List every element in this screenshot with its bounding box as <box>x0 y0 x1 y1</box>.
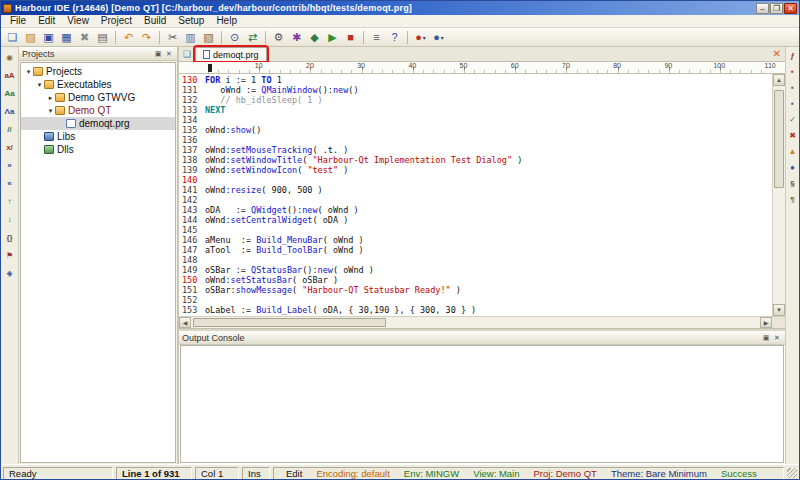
code-editor[interactable]: 130FOR i := 1 TO 1131 oWnd := QMainWindo… <box>179 74 772 316</box>
paragraph-icon[interactable]: ¶ <box>787 194 799 205</box>
undo-icon[interactable]: ↶ <box>120 29 137 45</box>
vscroll-thumb[interactable] <box>774 90 784 188</box>
comment-icon[interactable]: // <box>2 122 17 136</box>
macro-icon[interactable]: ◈ <box>2 266 17 280</box>
bookmark-1-icon[interactable]: ▪ <box>787 66 799 77</box>
todo-icon[interactable]: ✓ <box>787 114 799 125</box>
menu-help[interactable]: Help <box>210 15 243 27</box>
build-icon[interactable]: ⚙ <box>270 29 287 45</box>
console-close-icon[interactable]: ✕ <box>772 333 782 343</box>
maximize-button[interactable]: ❐ <box>770 3 783 14</box>
tab-demoqt[interactable]: demoqt.prg <box>195 47 267 61</box>
format-source-icon[interactable]: ≡ <box>368 29 385 45</box>
tree-item-projects[interactable]: ▾Projects <box>21 65 175 78</box>
horizontal-scrollbar[interactable]: ◀ ▶ <box>179 316 785 328</box>
move-line-up-icon[interactable]: ↑ <box>2 194 17 208</box>
line-number: 137 <box>179 145 205 155</box>
tree-item-dlls[interactable]: Dlls <box>21 143 175 156</box>
section-icon[interactable]: § <box>787 178 799 189</box>
replace-icon[interactable]: ⇄ <box>244 29 261 45</box>
print-icon[interactable]: ▤ <box>94 29 111 45</box>
code-line: 139oWnd:setWindowIcon( "test" ) <box>179 165 772 175</box>
compile-icon[interactable]: ◆ <box>306 29 323 45</box>
to-lowercase-icon[interactable]: Aa <box>2 86 17 100</box>
scroll-left-icon[interactable]: ◀ <box>179 317 191 328</box>
tree-expander-icon[interactable]: ▸ <box>46 94 55 102</box>
menu-edit[interactable]: Edit <box>32 15 61 27</box>
scroll-down-icon[interactable]: ▼ <box>773 304 785 316</box>
run-icon[interactable]: ▶ <box>324 29 341 45</box>
warning-marker-icon[interactable]: ▲ <box>787 146 799 157</box>
menu-build[interactable]: Build <box>138 15 172 27</box>
to-uppercase-icon[interactable]: aA <box>2 68 17 82</box>
stop-icon[interactable]: ■ <box>342 29 359 45</box>
toolbar-separator <box>265 31 266 44</box>
vertical-scrollbar[interactable]: ▲ ▼ <box>772 74 785 316</box>
tree-expander-icon[interactable]: ▾ <box>24 68 33 76</box>
title-bar: Harbour IDE (r14646) [Demo QT] [C:/harbo… <box>1 1 799 15</box>
close-button[interactable]: ✕ <box>784 3 797 14</box>
line-number: 145 <box>179 225 205 235</box>
info-marker-icon[interactable]: ● <box>787 162 799 173</box>
error-marker-icon[interactable]: ✖ <box>787 130 799 141</box>
hscroll-thumb[interactable] <box>193 318 386 327</box>
tree-item-demoqt-prg[interactable]: demoqt.prg <box>21 117 175 130</box>
paste-icon[interactable]: ▧ <box>200 29 217 45</box>
code-text: oWnd:setStatusBar( oSBar ) <box>205 275 772 285</box>
app-icon <box>3 4 12 13</box>
code-line: 143oDA := QWidget():new( oWnd ) <box>179 205 772 215</box>
functions-list-icon[interactable]: ƒ <box>787 50 799 61</box>
menu-setup[interactable]: Setup <box>172 15 210 27</box>
tree-item-executables[interactable]: ▾Executables <box>21 78 175 91</box>
bookmark-2-icon[interactable]: ▪ <box>787 82 799 93</box>
find-icon[interactable]: ⊙ <box>226 29 243 45</box>
close-file-icon[interactable]: ✖ <box>76 29 93 45</box>
console-float-icon[interactable]: ▣ <box>761 333 771 343</box>
line-number: 144 <box>179 215 205 225</box>
save-icon[interactable]: ▣ <box>40 29 57 45</box>
scroll-right-icon[interactable]: ▶ <box>760 317 772 328</box>
bookmark-icon[interactable]: ⚑ <box>2 248 17 262</box>
tree-expander-icon[interactable]: ▾ <box>35 81 44 89</box>
vscroll-track[interactable] <box>773 86 785 304</box>
indent-right-icon[interactable]: » <box>2 158 17 172</box>
dock-float-icon[interactable]: ▣ <box>153 49 163 59</box>
tree-item-demo-gtwvg[interactable]: ▸Demo GTWVG <box>21 91 175 104</box>
tree-expander-icon[interactable]: ▾ <box>46 107 55 115</box>
copy-icon[interactable]: ▥ <box>182 29 199 45</box>
menu-view[interactable]: View <box>61 15 95 27</box>
new-file-icon[interactable]: ❏ <box>4 29 21 45</box>
tab-close-icon[interactable]: ✕ <box>773 48 781 59</box>
uncomment-icon[interactable]: x/ <box>2 140 17 154</box>
open-project-icon[interactable]: ▨ <box>22 29 39 45</box>
ruler-number: 20 <box>306 62 314 69</box>
tree-item-libs[interactable]: Libs <box>21 130 175 143</box>
line-number: 152 <box>179 295 205 305</box>
cut-icon[interactable]: ✂ <box>164 29 181 45</box>
view-options-icon[interactable]: ●▾ <box>430 29 447 45</box>
bookmark-3-icon[interactable]: ▪ <box>787 98 799 109</box>
menu-file[interactable]: File <box>4 15 32 27</box>
hscroll-track[interactable] <box>191 317 760 328</box>
code-line: 138oWnd:setWindowTitle( "Harbour-Qt Impl… <box>179 155 772 165</box>
run-options-icon[interactable]: ●▾ <box>412 29 429 45</box>
tab-list-icon[interactable]: ❏ <box>181 48 193 60</box>
tree-item-demo-qt[interactable]: ▾Demo QT <box>21 104 175 117</box>
match-brace-icon[interactable]: {} <box>2 230 17 244</box>
main-toolbar: ❏▨▣▦✖▤↶↷✂▥▧⊙⇄⚙✱◆▶■≡?●▾●▾ <box>1 28 799 47</box>
menu-project[interactable]: Project <box>95 15 138 27</box>
move-line-down-icon[interactable]: ↓ <box>2 212 17 226</box>
help-icon[interactable]: ? <box>386 29 403 45</box>
dock-close-icon[interactable]: ✕ <box>164 49 174 59</box>
projects-dock-title: Projects <box>22 49 152 59</box>
redo-icon[interactable]: ↷ <box>138 29 155 45</box>
save-all-icon[interactable]: ▦ <box>58 29 75 45</box>
invert-case-icon[interactable]: Λa <box>2 104 17 118</box>
resize-grip[interactable] <box>787 468 797 478</box>
pin-icon[interactable]: ◉ <box>2 50 17 64</box>
build-launch-icon[interactable]: ✱ <box>288 29 305 45</box>
minimize-button[interactable]: – <box>756 3 769 14</box>
scroll-up-icon[interactable]: ▲ <box>773 74 785 86</box>
code-line: 152 <box>179 295 772 305</box>
indent-left-icon[interactable]: « <box>2 176 17 190</box>
